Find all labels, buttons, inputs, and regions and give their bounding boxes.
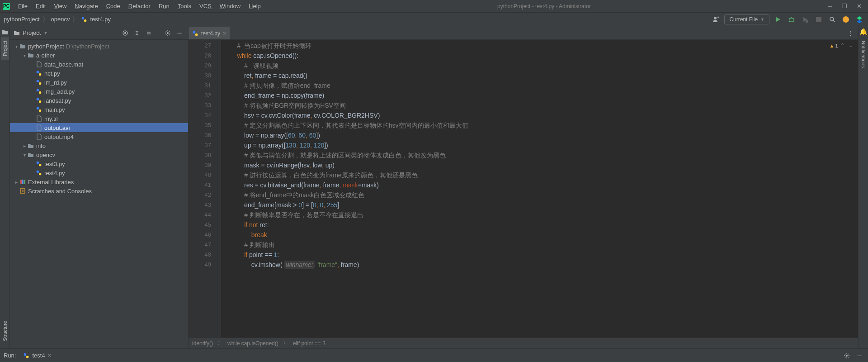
tree-item[interactable]: ▾opencv	[10, 150, 188, 159]
menu-help[interactable]: Help	[245, 1, 264, 11]
tree-item-path: D:\pythonProject	[66, 43, 109, 50]
tree-item[interactable]: test4.py	[10, 168, 188, 177]
code-editor[interactable]: # 当cap被打开时开始循环 while cap.isOpened(): # 读…	[221, 40, 826, 338]
panel-minimize-button[interactable]: ─	[175, 28, 184, 38]
tree-item[interactable]: output.mp4	[10, 132, 188, 141]
tree-item[interactable]: im_rd.py	[10, 78, 188, 87]
project-tool-icon[interactable]	[2, 29, 8, 35]
tree-item[interactable]: hct.py	[10, 69, 188, 78]
code-with-me-icon[interactable]	[854, 14, 864, 24]
run-button[interactable]	[773, 14, 783, 24]
breadcrumb: pythonProject 〉 opencv 〉 test4.py	[4, 15, 111, 24]
add-user-icon[interactable]	[711, 14, 721, 24]
tree-item-label: External Libraries	[28, 179, 74, 186]
py-icon	[35, 88, 42, 95]
menu-vcs[interactable]: VCS	[196, 1, 215, 11]
debug-button[interactable]	[787, 14, 797, 24]
tree-arrow-icon[interactable]: ▾	[22, 53, 27, 58]
run-tab[interactable]: test4 ×	[19, 350, 55, 361]
project-tree[interactable]: ▾pythonProjectD:\pythonProject▾a-otherda…	[10, 40, 188, 348]
close-button[interactable]: ✕	[853, 2, 865, 11]
run-with-coverage-button[interactable]	[800, 14, 810, 24]
file-icon	[35, 61, 42, 68]
chevron-down-icon: ▼	[760, 17, 764, 22]
tree-arrow-icon[interactable]: ▸	[14, 180, 19, 185]
tree-item-label: main.py	[44, 106, 65, 113]
structure-tool-tab[interactable]: Structure	[1, 317, 9, 345]
crumb-item[interactable]: identify()	[192, 340, 213, 347]
tree-item[interactable]: my.tif	[10, 114, 188, 123]
tree-arrow-icon[interactable]: ▾	[14, 44, 19, 49]
close-tab-button[interactable]: ×	[223, 30, 226, 37]
svg-rect-12	[39, 73, 41, 76]
project-view-selector[interactable]: Project ▼	[14, 29, 47, 36]
tab-menu-button[interactable]: ⋮	[845, 28, 855, 38]
tree-item[interactable]: ▸External Libraries	[10, 177, 188, 186]
tree-item[interactable]: main.py	[10, 105, 188, 114]
tree-arrow-icon[interactable]: ▸	[22, 143, 27, 148]
menu-file[interactable]: File	[14, 1, 31, 11]
stop-button[interactable]	[814, 14, 824, 24]
close-run-tab-button[interactable]: ×	[48, 352, 52, 359]
editor-area: test4.py × ⋮ 272829303132333435363738394…	[189, 26, 858, 348]
tree-item[interactable]: Scratches and Consoles	[10, 186, 188, 195]
svg-point-10	[167, 32, 169, 34]
editor-tab[interactable]: test4.py ×	[189, 27, 230, 39]
menu-view[interactable]: View	[50, 1, 70, 11]
menu-refactor[interactable]: Refactor	[125, 1, 154, 11]
crumb-item[interactable]: elif point == 3	[293, 340, 326, 347]
expand-all-button[interactable]	[132, 28, 142, 38]
tree-item[interactable]: landsat.py	[10, 96, 188, 105]
svg-rect-25	[20, 180, 22, 184]
tree-item-label: opencv	[36, 152, 55, 158]
tree-item[interactable]: ▾pythonProjectD:\pythonProject	[10, 42, 188, 51]
svg-rect-32	[26, 356, 28, 358]
run-minimize-button[interactable]: ─	[854, 351, 864, 361]
svg-rect-30	[195, 33, 198, 36]
run-tool-bar: Run: test4 × ─	[0, 348, 868, 362]
collapse-all-button[interactable]	[144, 28, 154, 38]
project-tool-tab[interactable]: Project	[1, 37, 9, 60]
menu-window[interactable]: Window	[216, 1, 244, 11]
notifications-icon[interactable]: 🔔	[859, 28, 867, 35]
tree-arrow-icon[interactable]: ▾	[22, 152, 27, 157]
run-settings-button[interactable]	[842, 351, 852, 361]
tree-item[interactable]: ▾a-other	[10, 51, 188, 60]
svg-rect-0	[82, 17, 84, 19]
notifications-tool-tab[interactable]: Notifications	[859, 37, 868, 71]
menu-run[interactable]: Run	[155, 1, 173, 11]
crumb-item[interactable]: while cap.isOpened()	[227, 340, 278, 347]
run-label: Run:	[4, 352, 16, 359]
breadcrumb-folder[interactable]: opencv	[51, 16, 70, 23]
select-opened-file-button[interactable]	[120, 28, 130, 38]
svg-rect-22	[39, 164, 41, 166]
tree-item[interactable]: output.avi	[10, 123, 188, 132]
run-config-selector[interactable]: Current File ▼	[724, 14, 769, 24]
editor-body: 2728293031323334353637383940414243444546…	[189, 40, 858, 338]
search-everywhere-button[interactable]	[827, 14, 837, 24]
maximize-button[interactable]: ❐	[838, 2, 851, 11]
menu-tools[interactable]: Tools	[174, 1, 195, 11]
minimize-button[interactable]: ─	[824, 2, 836, 11]
tree-item[interactable]: img_add.py	[10, 87, 188, 96]
svg-rect-17	[37, 98, 39, 100]
tree-item[interactable]: test3.py	[10, 159, 188, 168]
breadcrumb-file[interactable]: test4.py	[90, 16, 111, 23]
ide-updates-icon[interactable]	[841, 14, 851, 24]
menu-edit[interactable]: Edit	[32, 1, 49, 11]
tree-item[interactable]: data_base.mat	[10, 60, 188, 69]
tree-item-label: hct.py	[44, 70, 60, 77]
prev-highlight-button[interactable]: ⌃	[839, 43, 846, 48]
breadcrumb-root[interactable]: pythonProject	[4, 16, 40, 23]
line-number-gutter: 2728293031323334353637383940414243444546…	[189, 40, 215, 338]
svg-point-2	[714, 17, 717, 19]
svg-rect-19	[37, 107, 39, 110]
menu-navigate[interactable]: Navigate	[71, 1, 101, 11]
tree-item[interactable]: ▸info	[10, 141, 188, 150]
panel-settings-button[interactable]	[163, 28, 173, 38]
warning-count[interactable]: 1	[835, 43, 838, 48]
fold-gutter[interactable]	[215, 40, 221, 338]
file-icon	[35, 115, 42, 122]
next-highlight-button[interactable]: ⌄	[847, 43, 854, 48]
menu-code[interactable]: Code	[103, 1, 124, 11]
